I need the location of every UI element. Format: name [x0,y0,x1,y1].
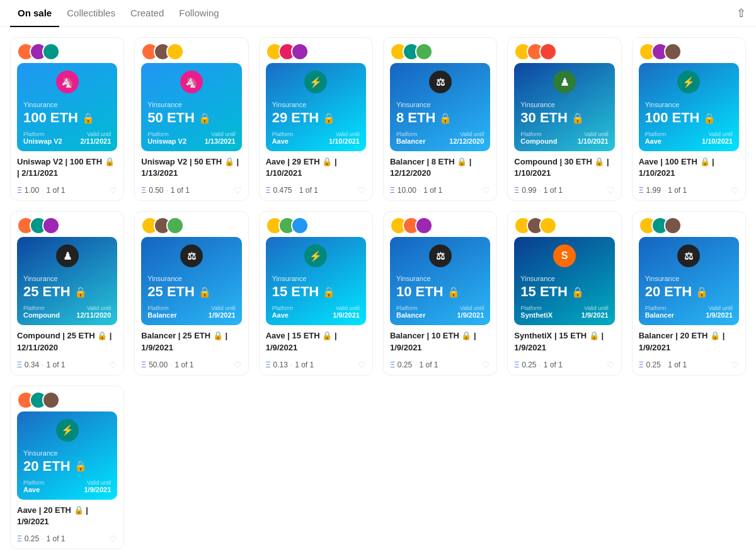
card-meta-row: PlatformAaveValid until1/9/2021 [23,480,111,493]
card-footer: Ξ 0.50 · 1 of 1♡ [135,183,248,200]
yinsurance-label: Yinsurance [520,101,608,108]
card-item[interactable]: ♟Yinsurance30 ETH 🔒PlatformCompoundValid… [507,37,621,201]
eth-symbol: Ξ [17,186,22,195]
coin-icon: ⚡ [304,71,327,93]
tab-created[interactable]: Created [123,0,171,27]
favorite-button[interactable]: ♡ [109,360,117,370]
card-footer: Ξ 0.34 · 1 of 1♡ [11,357,123,375]
avatar-row [11,386,123,411]
card-item[interactable]: ⚡Yinsurance20 ETH 🔒PlatformAaveValid unt… [10,386,124,549]
avatar [166,217,184,234]
valid-until-label: Valid until [706,305,733,311]
favorite-button[interactable]: ♡ [731,360,739,370]
card-title: Balancer | 25 ETH 🔒 | 1/9/2021 [141,330,241,353]
favorite-button[interactable]: ♡ [358,360,366,370]
avatar-row [508,212,621,237]
favorite-button[interactable]: ♡ [234,185,242,195]
card-item[interactable]: ⚖Yinsurance25 ETH 🔒PlatformBalancerValid… [134,211,248,375]
avatar-row [11,38,123,63]
coin-icon: ⚡ [677,71,700,93]
platform-value: SynthetiX [520,311,553,319]
card-item[interactable]: ⚖Yinsurance8 ETH 🔒PlatformBalancerValid … [383,37,497,201]
avatar-row [135,38,248,63]
eth-symbol: Ξ [17,360,22,369]
card-image: 🦄Yinsurance50 ETH 🔒PlatformUniswap V2Val… [141,63,241,151]
favorite-button[interactable]: ♡ [234,360,242,370]
eth-symbol: Ξ [266,186,271,195]
platform-value: Aave [272,311,294,319]
share-button[interactable]: ⇧ [736,6,746,20]
card-footer: Ξ 0.99 · 1 of 1♡ [508,183,621,200]
coin-icon: ♟ [56,244,79,267]
favorite-button[interactable]: ♡ [607,185,615,195]
card-item[interactable]: ⚖Yinsurance20 ETH 🔒PlatformBalancerValid… [632,211,746,375]
card-price: Ξ 0.25 · 1 of 1 [390,360,438,369]
favorite-button[interactable]: ♡ [482,360,490,370]
favorite-button[interactable]: ♡ [731,185,739,195]
card-footer: Ξ 0.13 · 1 of 1♡ [260,357,372,375]
platform-value: Balancer [147,311,176,319]
favorite-button[interactable]: ♡ [607,360,615,370]
favorite-button[interactable]: ♡ [482,185,490,195]
platform-value: Balancer [645,311,674,319]
card-title: Compound | 25 ETH 🔒 | 12/11/2020 [17,330,117,353]
yinsurance-label: Yinsurance [23,101,111,108]
card-item[interactable]: SYinsurance15 ETH 🔒PlatformSynthetiXVali… [507,211,621,375]
card-price: Ξ 0.34 · 1 of 1 [17,360,66,369]
card-meta-row: PlatformBalancerValid until1/9/2021 [147,305,235,319]
platform-label: Platform [396,305,425,311]
platform-value: Aave [272,137,294,145]
card-image: ♟Yinsurance25 ETH 🔒PlatformCompoundValid… [17,237,117,325]
card-price: Ξ 1.00 · 1 of 1 [17,186,66,195]
platform-label: Platform [520,131,557,137]
card-price: Ξ 0.25 · 1 of 1 [514,360,563,369]
valid-until-value: 1/9/2021 [581,311,609,319]
card-price: Ξ 0.50 · 1 of 1 [141,186,190,195]
card-title: Balancer | 20 ETH 🔒 | 1/9/2021 [639,330,739,353]
platform-label: Platform [645,305,674,311]
valid-until-value: 1/13/2021 [205,137,236,145]
card-title: Aave | 20 ETH 🔒 | 1/9/2021 [17,505,117,527]
card-item[interactable]: ⚖Yinsurance10 ETH 🔒PlatformBalancerValid… [383,211,497,375]
coin-icon: ⚖ [429,244,452,267]
eth-symbol: Ξ [390,186,395,195]
yinsurance-label: Yinsurance [396,101,484,108]
valid-until-value: 2/11/2021 [80,137,111,145]
card-item[interactable]: 🦄Yinsurance50 ETH 🔒PlatformUniswap V2Val… [134,37,248,201]
platform-label: Platform [396,131,425,137]
card-meta-row: PlatformBalancerValid until12/12/2020 [396,131,484,145]
card-footer: Ξ 0.25 · 1 of 1♡ [384,357,496,375]
card-item[interactable]: ⚡Yinsurance15 ETH 🔒PlatformAaveValid unt… [259,211,373,375]
favorite-button[interactable]: ♡ [109,534,117,544]
eth-symbol: Ξ [266,360,271,369]
card-meta-row: PlatformCompoundValid until12/11/2020 [23,305,111,319]
card-meta-row: PlatformSynthetiXValid until1/9/2021 [520,305,608,319]
tab-on-sale[interactable]: On sale [10,0,59,27]
card-item[interactable]: ⚡Yinsurance100 ETH 🔒PlatformAaveValid un… [632,37,746,201]
favorite-button[interactable]: ♡ [109,185,117,195]
card-meta-row: PlatformUniswap V2Valid until2/11/2021 [23,131,111,145]
card-meta-row: PlatformBalancerValid until1/9/2021 [396,305,484,319]
valid-until-value: 12/11/2020 [76,311,111,319]
card-item[interactable]: 🦄Yinsurance100 ETH 🔒PlatformUniswap V2Va… [10,37,124,201]
avatar [664,217,682,234]
card-image: ⚖Yinsurance8 ETH 🔒PlatformBalancerValid … [390,63,490,151]
favorite-button[interactable]: ♡ [358,185,366,195]
card-item[interactable]: ⚡Yinsurance29 ETH 🔒PlatformAaveValid unt… [259,37,373,201]
yinsurance-label: Yinsurance [520,275,608,282]
yinsurance-label: Yinsurance [272,101,360,108]
valid-until-value: 1/10/2021 [578,137,609,145]
valid-until-label: Valid until [80,131,111,137]
tab-following[interactable]: Following [171,0,226,27]
tab-collectibles[interactable]: Collectibles [59,0,123,27]
eth-amount: 30 ETH 🔒 [520,110,608,126]
card-price: Ξ 0.475 · 1 of 1 [266,186,318,195]
card-item[interactable]: ♟Yinsurance25 ETH 🔒PlatformCompoundValid… [10,211,124,375]
eth-amount: 100 ETH 🔒 [645,110,733,126]
platform-value: Aave [23,486,45,493]
yinsurance-label: Yinsurance [645,275,733,282]
valid-until-label: Valid until [329,131,360,137]
avatar-row [508,38,621,63]
yinsurance-label: Yinsurance [396,275,484,282]
eth-amount: 100 ETH 🔒 [23,110,111,126]
